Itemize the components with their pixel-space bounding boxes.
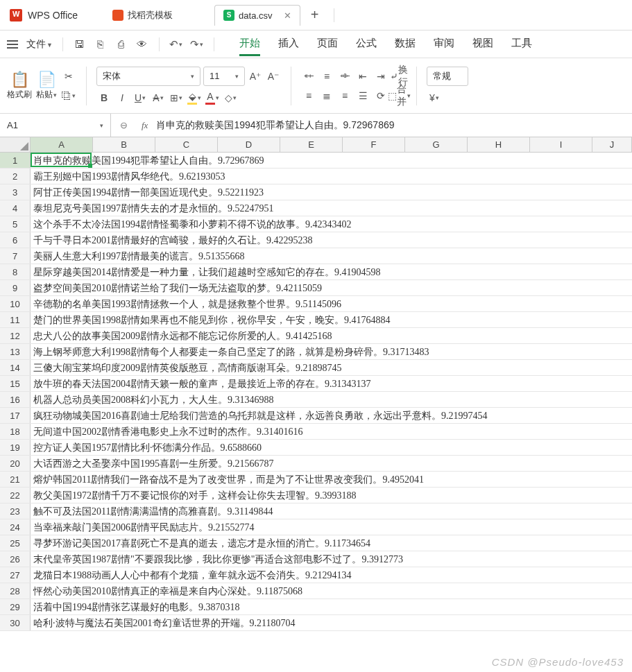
save-icon[interactable]: 🖫	[73, 37, 87, 51]
row-header[interactable]: 23	[0, 503, 31, 519]
cut-icon[interactable]: ✂	[61, 69, 76, 84]
col-header-J[interactable]: J	[592, 137, 632, 152]
cell[interactable]: 楚门的世界美国1998剧情如果再也不能见到你，祝你早安，午安，晚安。9.4176…	[31, 312, 632, 327]
align-middle-icon[interactable]: ≡	[319, 69, 334, 84]
row-header[interactable]: 6	[0, 232, 31, 248]
paste-button[interactable]: 📄 粘贴▾	[36, 71, 57, 101]
align-right-icon[interactable]: ≡	[337, 88, 352, 103]
cell[interactable]: 霸王别姬中国1993剧情风华绝代。9.62193053	[31, 169, 632, 184]
cell[interactable]: 活着中国1994剧情张艺谋最好的电影。9.3870318	[31, 599, 632, 614]
underline-icon[interactable]: U▾	[133, 90, 148, 105]
select-all-corner[interactable]	[0, 137, 31, 152]
row-header[interactable]: 19	[0, 440, 31, 455]
hamburger-icon[interactable]	[7, 40, 18, 49]
close-icon[interactable]: ✕	[284, 10, 291, 21]
tab-page[interactable]: 页面	[317, 33, 338, 56]
cell[interactable]: 阿甘正传美国1994剧情一部美国近现代史。9.52211923	[31, 184, 632, 200]
cell[interactable]: 怦然心动美国2010剧情真正的幸福是来自内心深处。9.11875068	[31, 583, 632, 598]
cell[interactable]: 盗梦空间美国2010剧情诺兰给了我们一场无法盗取的梦。9.42115059	[31, 280, 632, 295]
cell[interactable]: 教父美国1972剧情千万不要记恨你的对手，这样会让你失去理智。9.3993188	[31, 488, 632, 503]
cell[interactable]: 美丽人生意大利1997剧情最美的谎言。9.51355668	[31, 248, 632, 264]
row-header[interactable]: 29	[0, 599, 31, 614]
wrap-button[interactable]: ⤶ 换行	[391, 69, 407, 84]
align-left-icon[interactable]: ≡	[301, 88, 316, 103]
cell[interactable]: 星际穿越美国2014剧情爱是一种力量，让我们超越时空感知它的存在。9.41904…	[31, 264, 632, 279]
tab-file[interactable]: S data.csv ✕	[214, 5, 300, 26]
row-header[interactable]: 30	[0, 615, 31, 630]
saveas-icon[interactable]: ⎘	[94, 37, 108, 51]
cell[interactable]: 当幸福来敲门美国2006剧情平民励志片。9.21552774	[31, 519, 632, 535]
cell[interactable]: 熔炉韩国2011剧情我们一路奋战不是为了改变世界，而是为了不让世界改变我们。9.…	[31, 472, 632, 487]
cell[interactable]: 忠犬八公的故事美国2009剧情永远都不能忘记你所爱的人。9.41425168	[31, 328, 632, 343]
tab-insert[interactable]: 插入	[278, 33, 299, 56]
cell[interactable]: 三傻大闹宝莱坞印度2009剧情英俊版憨豆，高情商版谢耳朵。9.21898745	[31, 360, 632, 375]
cell[interactable]: 大话西游之大圣娶亲中国1995喜剧一生所爱。9.21566787	[31, 456, 632, 471]
row-header[interactable]: 21	[0, 472, 31, 487]
preview-icon[interactable]: 👁	[135, 37, 149, 51]
row-header[interactable]: 1	[0, 153, 31, 168]
align-bottom-icon[interactable]: ⬲	[337, 69, 352, 84]
col-header-G[interactable]: G	[405, 137, 468, 152]
new-tab-button[interactable]: +	[306, 7, 324, 23]
row-header[interactable]: 5	[0, 216, 31, 232]
row-header[interactable]: 26	[0, 551, 31, 567]
row-header[interactable]: 10	[0, 296, 31, 311]
align-top-icon[interactable]: ⬴	[301, 69, 316, 84]
undo-icon[interactable]: ↶▾	[169, 37, 183, 51]
cell[interactable]: 控方证人美国1957剧情比利·怀德满分作品。9.6588660	[31, 440, 632, 455]
row-header[interactable]: 3	[0, 184, 31, 200]
row-header[interactable]: 8	[0, 264, 31, 279]
number-format-select[interactable]: 常规	[427, 67, 468, 86]
row-header[interactable]: 24	[0, 519, 31, 535]
row-header[interactable]: 13	[0, 344, 31, 359]
font-size-select[interactable]: 11▾	[203, 67, 245, 86]
tab-start[interactable]: 开始	[239, 33, 260, 56]
col-header-I[interactable]: I	[530, 137, 592, 152]
row-header[interactable]: 20	[0, 456, 31, 471]
tab-template[interactable]: 找稻壳模板	[104, 5, 181, 26]
cell[interactable]: 放牛班的春天法国2004剧情天籁一般的童声，是最接近上帝的存在。9.313431…	[31, 376, 632, 391]
currency-icon[interactable]: ¥▾	[427, 90, 442, 105]
cell[interactable]: 千与千寻日本2001剧情最好的宫崎骏，最好的久石让。9.42295238	[31, 232, 632, 248]
print-icon[interactable]: ⎙	[114, 37, 128, 51]
indent-left-icon[interactable]: ⇤	[355, 69, 370, 84]
row-header[interactable]: 9	[0, 280, 31, 295]
tab-view[interactable]: 视图	[472, 33, 493, 56]
cell[interactable]: 触不可及法国2011剧情满满温情的高雅喜剧。9.31149844	[31, 503, 632, 519]
row-header[interactable]: 25	[0, 535, 31, 551]
cell[interactable]: 海上钢琴师意大利1998剧情每个人都要走一条自己坚定了的路，就算是粉身碎骨。9.…	[31, 344, 632, 359]
cell[interactable]: 末代皇帝英国1987剧情"不要跟我比惨，我比你更惨"再适合这部电影不过了。9.3…	[31, 551, 632, 567]
cell[interactable]: 疯狂动物城美国2016喜剧迪士尼给我们营造的乌托邦就是这样，永远善良勇敢，永远出…	[31, 408, 632, 423]
cancel-fx-icon[interactable]: ⊖	[111, 120, 136, 130]
font-color-icon[interactable]: A▾	[205, 90, 220, 105]
font-name-select[interactable]: 宋体▾	[96, 67, 200, 86]
copy-icon[interactable]: ⿻▾	[61, 88, 76, 103]
strike-icon[interactable]: A▾	[151, 90, 166, 105]
cell[interactable]: 辛德勒的名单美国1993剧情拯救一个人，就是拯救整个世界。9.51145096	[31, 296, 632, 311]
increase-font-icon[interactable]: A⁺	[248, 69, 263, 84]
cell[interactable]: 无间道中国2002剧情香港电影史上永不过时的杰作。9.31401616	[31, 424, 632, 439]
decrease-font-icon[interactable]: A⁻	[266, 69, 281, 84]
cell[interactable]: 龙猫日本1988动画人人心中都有个龙猫，童年就永远不会消失。9.21294134	[31, 567, 632, 583]
cell[interactable]: 哈利·波特与魔法石美国2001奇幻童话世界的开端。9.21180704	[31, 615, 632, 630]
tab-data[interactable]: 数据	[395, 33, 416, 56]
bold-icon[interactable]: B	[96, 90, 112, 105]
row-header[interactable]: 22	[0, 488, 31, 503]
col-header-B[interactable]: B	[93, 137, 155, 152]
indent-right-icon[interactable]: ⇥	[373, 69, 388, 84]
col-header-A[interactable]: A	[31, 137, 93, 152]
clear-format-icon[interactable]: ◇▾	[223, 90, 238, 105]
col-header-E[interactable]: E	[280, 137, 343, 152]
row-header[interactable]: 18	[0, 424, 31, 439]
fx-icon[interactable]: fx	[142, 120, 148, 131]
cell[interactable]: 寻梦环游记美国2017喜剧死亡不是真的逝去，遗忘才是永恒的消亡。9.117346…	[31, 535, 632, 551]
row-header[interactable]: 2	[0, 169, 31, 184]
col-header-C[interactable]: C	[155, 137, 218, 152]
format-brush-button[interactable]: 📋 格式刷	[7, 71, 32, 101]
row-header[interactable]: 14	[0, 360, 31, 375]
row-header[interactable]: 4	[0, 200, 31, 216]
border-icon[interactable]: ⊞▾	[169, 90, 184, 105]
cell[interactable]: 机器人总动员美国2008科幻小瓦力，大人生。9.31346988	[31, 392, 632, 407]
cell[interactable]: 泰坦尼克号美国1997剧情失去的才是永恒的。9.52247951	[31, 200, 632, 216]
file-menu[interactable]: 文件▼	[24, 37, 55, 52]
